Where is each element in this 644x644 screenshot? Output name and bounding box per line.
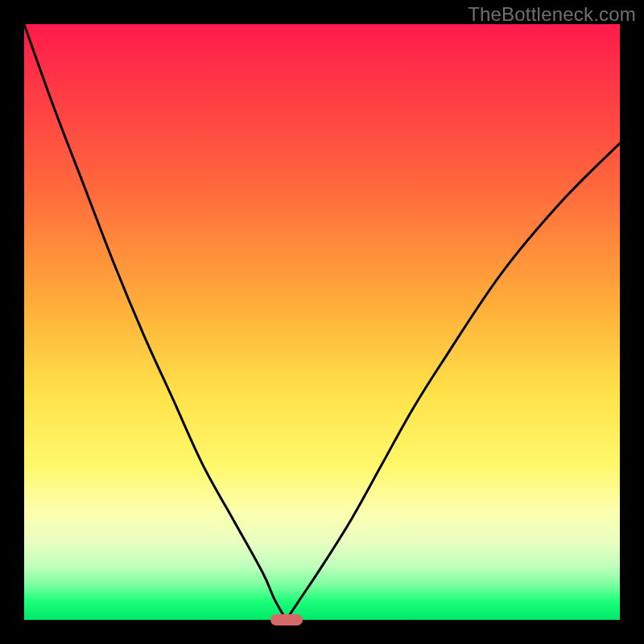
plot-area: [24, 24, 620, 620]
min-marker: [270, 614, 303, 625]
chart-frame: TheBottleneck.com: [0, 0, 644, 644]
watermark-text: TheBottleneck.com: [468, 3, 636, 26]
